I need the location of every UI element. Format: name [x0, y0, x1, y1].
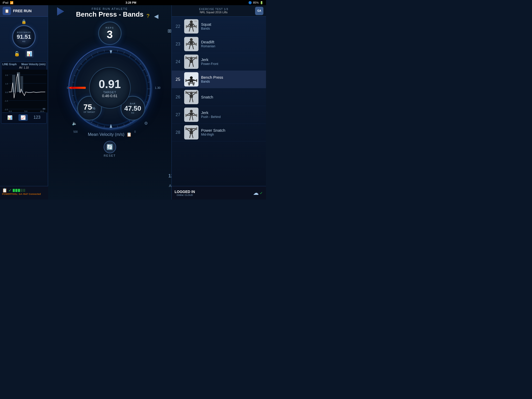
- exercise-number-25: 25: [174, 77, 182, 82]
- svg-line-102: [192, 98, 193, 102]
- svg-rect-63: [187, 26, 196, 27]
- reset-circle-icon: 🔄: [104, 141, 116, 153]
- exercise-icon-22: +BM: [184, 19, 198, 34]
- exercise-name-27: Jerk Push - Behind: [201, 110, 221, 119]
- bodymass-section: 🔒 BODYMASS 91.51 KG 🔓 📊: [0, 17, 48, 62]
- bar-unit: KG: [131, 112, 134, 114]
- bottom-status-bar: 📋 ✓ POWERTOOL: GA #647 Connected: [0, 186, 48, 200]
- gauge-target-label: TARGET: [103, 91, 116, 94]
- svg-line-118: [193, 129, 196, 131]
- svg-rect-123: [196, 127, 197, 130]
- scale-0: 0: [134, 130, 136, 133]
- svg-rect-105: [196, 91, 197, 94]
- logged-in-bar: LOGGED IN Online: CLOUD ☁ ✓: [171, 186, 266, 200]
- exercise-item-25[interactable]: 25 Bench P: [172, 71, 266, 88]
- svg-rect-77: [190, 59, 193, 63]
- svg-point-67: [190, 38, 193, 41]
- graph-canvas: 2.0 1.0 0.0 -1.0 -2.0 0.0 5.0 10.0 ∞: [2, 70, 48, 112]
- free-run-header: 📋 FREE RUN: [0, 5, 48, 17]
- svg-rect-91: [186, 80, 197, 81]
- svg-rect-98: [190, 94, 193, 98]
- svg-text:+BM: +BM: [194, 20, 197, 22]
- reps-value: 3: [107, 29, 113, 40]
- svg-text:-1.0: -1.0: [4, 100, 8, 102]
- exercise-item-26[interactable]: 26 Snatch: [172, 88, 266, 106]
- unlock-icon[interactable]: 🔓: [14, 51, 20, 57]
- exercise-header: EXERCISE TEST 1/3 NRL Squad 2016 Lifts G…: [172, 5, 266, 17]
- exercise-number-24: 24: [174, 59, 182, 64]
- svg-line-96: [194, 83, 194, 85]
- exercise-number-26: 26: [174, 95, 182, 99]
- bodymass-label: BODYMASS: [17, 31, 31, 34]
- menu-grid-icon[interactable]: ⊞: [168, 28, 171, 34]
- logged-in-info: LOGGED IN Online: CLOUD: [175, 190, 195, 196]
- logged-in-text: LOGGED IN: [175, 190, 195, 194]
- free-run-icon: 📋: [3, 7, 11, 15]
- svg-rect-121: [186, 128, 197, 129]
- exercise-icon-24: [184, 55, 198, 69]
- settings-icon[interactable]: ⚙: [144, 121, 148, 126]
- reset-label: RESET: [104, 154, 116, 157]
- exercise-icon-28: [184, 125, 198, 139]
- numbers-btn[interactable]: 123: [31, 114, 43, 121]
- svg-rect-82: [186, 57, 197, 58]
- exercise-number-23: 23: [174, 42, 182, 46]
- bar-value: 47.50: [124, 105, 141, 112]
- bodymass-unit: KG: [22, 40, 25, 43]
- back-button[interactable]: ◀: [154, 13, 158, 20]
- status-left: iPad 📶: [3, 1, 14, 4]
- percent-value: 75: [83, 103, 92, 111]
- online-cloud-text: Online: CLOUD: [175, 194, 195, 196]
- gauge-right-scale: 1.30: [155, 86, 160, 89]
- reset-button[interactable]: 🔄 RESET: [104, 141, 116, 157]
- help-button[interactable]: ?: [147, 13, 149, 19]
- percent-sign: %: [92, 106, 95, 110]
- status-right: 🔵 85% 🔋: [248, 1, 263, 4]
- battery-bar-2: [15, 189, 17, 192]
- svg-line-117: [187, 129, 190, 131]
- exercise-test-label: EXERCISE TEST 1/3 NRL Squad 2016 Lifts: [174, 8, 253, 14]
- bar-chart-btn[interactable]: 📊: [5, 114, 15, 121]
- wifi-icon: 📶: [10, 1, 14, 4]
- exercise-item-28[interactable]: 28 Power Snatch Mid-thigh: [172, 124, 266, 141]
- exercise-item-23[interactable]: 23 Deadlift Romanian: [172, 35, 266, 53]
- svg-rect-84: [196, 56, 197, 59]
- exercise-name-25: Bench Press Bands: [201, 75, 223, 84]
- exercise-title: Bench Press - Bands: [48, 10, 171, 18]
- gauge-main-value: 0.91: [99, 78, 121, 91]
- clock: 3:28 PM: [125, 1, 136, 4]
- exercise-number-22: 22: [174, 24, 182, 29]
- battery-bar-5: [23, 189, 25, 192]
- sound-icon[interactable]: 🔈: [72, 121, 77, 126]
- battery-bar-1: [13, 189, 15, 192]
- svg-rect-122: [185, 127, 187, 130]
- battery-icon: 🔋: [260, 1, 263, 4]
- svg-line-101: [190, 98, 191, 102]
- check-small-icon: ✓: [8, 188, 12, 193]
- graph-section: LINE Graph Mean Velocity (m/s) AV: 1.10 …: [1, 62, 47, 124]
- graph-bottom-buttons: 📊 📈 123: [2, 112, 45, 122]
- exercise-item-27[interactable]: 27 Jerk Push - Behind: [172, 106, 266, 124]
- svg-line-95: [188, 83, 189, 85]
- svg-rect-103: [186, 92, 197, 93]
- svg-line-61: [189, 28, 190, 31]
- svg-point-106: [190, 110, 193, 112]
- svg-line-62: [192, 28, 194, 31]
- svg-rect-65: [196, 25, 197, 28]
- exercise-item-24[interactable]: 24 Jerk Power-Front: [172, 53, 266, 71]
- exercise-icon-25: [184, 72, 198, 87]
- svg-line-72: [192, 45, 194, 49]
- chart-report-icon[interactable]: 📊: [25, 50, 34, 58]
- exercise-name-23: Deadlift Romanian: [201, 39, 215, 49]
- exercise-item-22[interactable]: 22 +BM Squat Bands: [172, 18, 266, 35]
- graph-metric: Mean Velocity (m/s): [21, 63, 45, 66]
- svg-rect-92: [185, 79, 187, 82]
- svg-line-111: [192, 116, 193, 120]
- svg-line-99: [187, 92, 190, 95]
- ipad-label: iPad: [3, 1, 8, 4]
- line-chart-btn[interactable]: 📈: [18, 114, 28, 121]
- svg-text:0.0: 0.0: [5, 91, 8, 94]
- svg-line-110: [190, 116, 191, 120]
- svg-rect-74: [186, 43, 187, 46]
- bodymass-value: 91.51: [17, 34, 31, 40]
